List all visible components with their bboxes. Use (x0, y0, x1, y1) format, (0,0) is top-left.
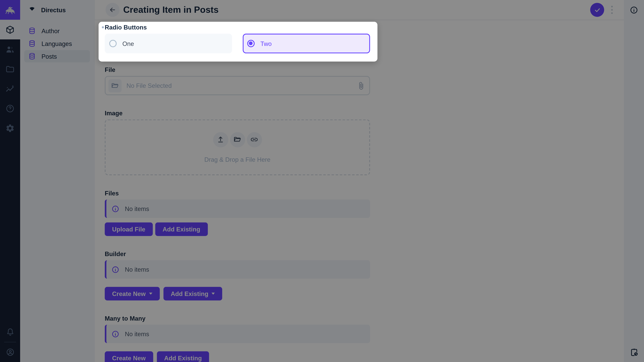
field-edited-dot (102, 26, 104, 28)
field-label: Radio Buttons (105, 24, 147, 31)
radio-buttons-field-popup: Radio Buttons One Two (98, 22, 378, 62)
radio-option-label: One (122, 40, 134, 47)
radio-on-icon (247, 40, 254, 47)
screen: Directus Author L (0, 0, 644, 362)
radio-off-icon (109, 40, 116, 47)
radio-option-two[interactable]: Two (243, 34, 370, 53)
radio-option-one[interactable]: One (105, 34, 232, 53)
radio-options: One Two (105, 34, 370, 53)
radio-option-label: Two (260, 40, 272, 47)
